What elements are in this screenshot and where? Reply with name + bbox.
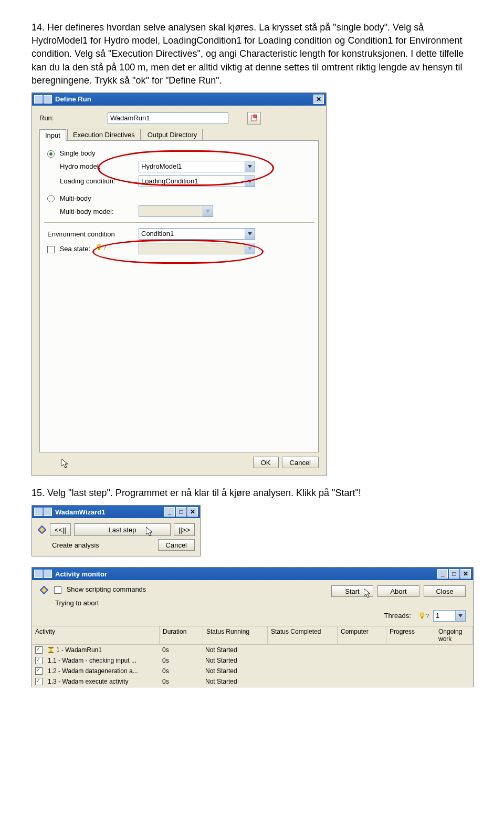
- close-button[interactable]: Close: [424, 585, 466, 597]
- dialog-title: Activity monitor: [55, 570, 436, 578]
- svg-marker-4: [206, 210, 210, 213]
- col-duration[interactable]: Duration: [160, 626, 203, 645]
- activity-status-completed: [266, 677, 335, 686]
- ok-button[interactable]: OK: [253, 457, 279, 468]
- single-body-radio[interactable]: [47, 150, 55, 158]
- chevron-down-icon[interactable]: [245, 176, 255, 187]
- new-run-button[interactable]: [247, 112, 261, 125]
- col-status-completed[interactable]: Status Completed: [268, 626, 338, 645]
- close-icon[interactable]: ✕: [460, 569, 471, 579]
- activity-progress: [384, 677, 432, 686]
- close-icon[interactable]: ✕: [187, 507, 198, 517]
- svg-marker-8: [248, 247, 252, 250]
- chevron-down-icon[interactable]: [245, 229, 255, 239]
- wizard-step-button[interactable]: Last step: [74, 523, 171, 536]
- activity-computer: [335, 667, 384, 675]
- abort-button[interactable]: Abort: [377, 585, 419, 597]
- activity-status-completed: [266, 656, 335, 665]
- chevron-down-icon: [245, 243, 255, 254]
- svg-marker-12: [146, 527, 152, 536]
- chevron-down-icon[interactable]: [455, 611, 465, 621]
- instruction-15: 15. Velg "last step". Programmet er nå k…: [32, 487, 472, 500]
- wizard-icon: [37, 525, 47, 534]
- activity-duration: 0s: [159, 677, 202, 686]
- cursor-icon: [61, 459, 70, 469]
- activity-computer: [335, 677, 384, 686]
- cursor-icon: [146, 527, 154, 538]
- show-scripting-checkbox[interactable]: [54, 586, 61, 594]
- multi-body-model-value: [139, 206, 203, 216]
- titlebar: Activity monitor _ □ ✕: [32, 568, 473, 580]
- activity-name: 1.2 - Wadam datageneration a...: [48, 667, 138, 675]
- sea-state-checkbox[interactable]: [47, 246, 55, 253]
- activity-ongoing: [432, 646, 473, 654]
- app-icon: [34, 570, 52, 578]
- maximize-icon[interactable]: □: [176, 507, 186, 517]
- run-value-field[interactable]: WadamRun1: [108, 112, 228, 124]
- wizard-cancel-button[interactable]: Cancel: [158, 539, 195, 551]
- trying-abort-label: Trying to abort: [54, 599, 331, 607]
- col-computer[interactable]: Computer: [338, 626, 386, 645]
- activity-status-running: Not Started: [202, 656, 266, 665]
- svg-rect-17: [421, 617, 423, 618]
- threads-label: Threads:: [384, 612, 411, 620]
- cursor-icon: [364, 589, 372, 599]
- activity-status-running: Not Started: [202, 677, 266, 686]
- activity-computer: [335, 656, 384, 665]
- help-icon[interactable]: ?: [92, 244, 106, 251]
- activity-status-completed: [266, 667, 335, 675]
- cancel-button[interactable]: Cancel: [282, 457, 319, 468]
- tab-input[interactable]: Input: [39, 129, 66, 141]
- minimize-icon[interactable]: _: [437, 569, 448, 579]
- environment-condition-value: Condition1: [139, 229, 245, 239]
- help-icon[interactable]: ?: [415, 612, 429, 620]
- chevron-down-icon: [203, 206, 213, 216]
- close-icon[interactable]: ✕: [313, 95, 324, 104]
- wadam-wizard-dialog: WadamWizard1 _ □ ✕ <<|| Last step ||>> C…: [32, 505, 201, 556]
- chevron-down-icon[interactable]: [245, 161, 255, 172]
- wizard-back-button[interactable]: <<||: [50, 523, 71, 536]
- activity-ongoing: [432, 667, 473, 675]
- sea-state-combo: [139, 243, 255, 254]
- table-row[interactable]: 1.1 - Wadam - checking input ...0sNot St…: [32, 655, 473, 666]
- wizard-forward-button[interactable]: ||>>: [174, 523, 195, 536]
- svg-point-16: [420, 613, 424, 617]
- col-ongoing[interactable]: Ongoing work: [435, 626, 473, 645]
- col-activity[interactable]: Activity: [32, 626, 160, 645]
- table-row[interactable]: 1 - WadamRun10sNot Started: [32, 645, 473, 655]
- svg-marker-5: [248, 232, 252, 235]
- col-status-running[interactable]: Status Running: [203, 626, 268, 645]
- table-row[interactable]: 1.2 - Wadam datageneration a...0sNot Sta…: [32, 666, 473, 676]
- svg-marker-3: [248, 180, 252, 183]
- activity-row-checkbox[interactable]: [35, 657, 43, 664]
- multi-body-radio[interactable]: [47, 195, 55, 202]
- activity-ongoing: [432, 677, 473, 686]
- activity-name: 1 - WadamRun1: [56, 646, 102, 654]
- loading-condition-combo[interactable]: LoadingCondition1: [139, 176, 255, 187]
- tab-output-directory[interactable]: Output Directory: [142, 129, 203, 140]
- activity-progress: [384, 646, 432, 654]
- hydro-model-combo[interactable]: HydroModel1: [139, 161, 255, 172]
- threads-combo[interactable]: 1: [433, 610, 466, 622]
- activity-name: 1.1 - Wadam - checking input ...: [48, 657, 136, 664]
- activity-monitor-dialog: Activity monitor _ □ ✕ Show scripting co…: [32, 567, 474, 687]
- tab-bar: Input Execution Directives Output Direct…: [39, 129, 319, 141]
- svg-point-6: [97, 244, 101, 249]
- svg-marker-18: [458, 614, 463, 617]
- table-row[interactable]: 1.3 - Wadam execute activity0sNot Starte…: [32, 676, 473, 687]
- titlebar: WadamWizard1 _ □ ✕: [32, 505, 200, 518]
- multi-body-model-combo: [139, 205, 213, 217]
- svg-marker-15: [364, 589, 370, 597]
- activity-status-running: Not Started: [202, 646, 266, 654]
- svg-marker-19: [48, 647, 54, 650]
- col-progress[interactable]: Progress: [386, 626, 435, 645]
- activity-row-checkbox[interactable]: [35, 646, 43, 654]
- maximize-icon[interactable]: □: [449, 569, 459, 579]
- tab-execution-directives[interactable]: Execution Directives: [67, 129, 141, 140]
- activity-row-checkbox[interactable]: [35, 667, 43, 675]
- minimize-icon[interactable]: _: [164, 507, 175, 517]
- environment-condition-combo[interactable]: Condition1: [139, 228, 255, 240]
- activity-row-checkbox[interactable]: [35, 678, 43, 685]
- wizard-status-label: Create analysis: [37, 541, 155, 549]
- activity-name: 1.3 - Wadam execute activity: [48, 678, 129, 685]
